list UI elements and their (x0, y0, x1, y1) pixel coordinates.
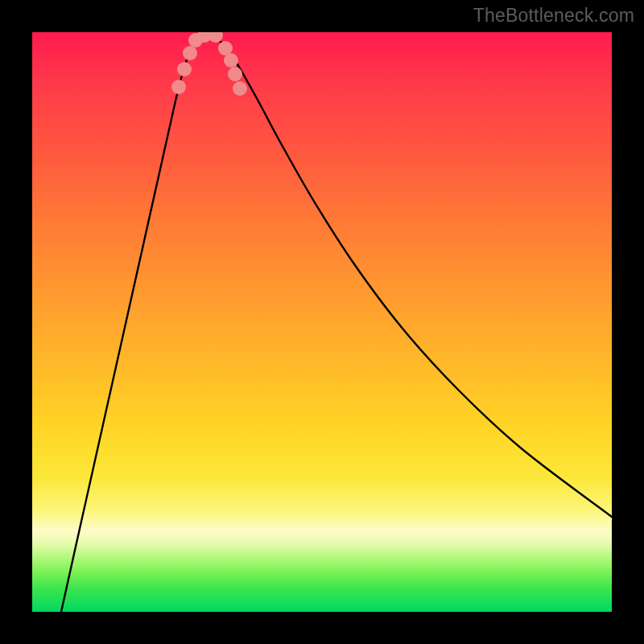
chart-frame: TheBottleneck.com (0, 0, 644, 644)
marker-dot (171, 80, 186, 94)
marker-dot (177, 62, 192, 76)
marker-dot (224, 53, 238, 68)
plot-area (32, 32, 612, 612)
low-bottleneck-markers (171, 32, 247, 96)
bottleneck-curve (61, 33, 612, 612)
marker-dot (228, 67, 242, 81)
chart-svg (32, 32, 612, 612)
marker-dot (183, 46, 197, 60)
watermark-text: TheBottleneck.com (473, 5, 634, 27)
marker-dot (233, 81, 247, 96)
